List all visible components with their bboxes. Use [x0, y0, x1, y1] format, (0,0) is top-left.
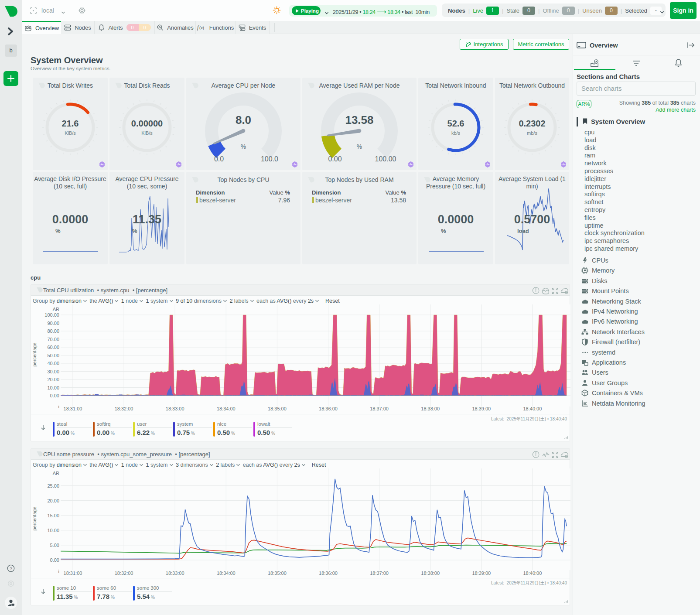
- svg-text:20.00: 20.00: [47, 377, 59, 382]
- svg-text:5.00: 5.00: [50, 543, 59, 548]
- svg-text:18:38:00: 18:38:00: [421, 571, 440, 576]
- svg-text:60.00: 60.00: [47, 345, 59, 350]
- svg-text:18:35:00: 18:35:00: [268, 571, 287, 576]
- svg-text:90.00: 90.00: [47, 321, 59, 326]
- svg-text:0.2302: 0.2302: [519, 119, 545, 128]
- svg-text:%: %: [357, 143, 362, 150]
- svg-text:52.6: 52.6: [447, 119, 464, 128]
- svg-text:13.58: 13.58: [345, 113, 373, 126]
- svg-text:18:34:00: 18:34:00: [217, 406, 236, 411]
- svg-text:%: %: [241, 143, 246, 150]
- svg-text:18:39:00: 18:39:00: [472, 571, 491, 576]
- svg-text:50.00: 50.00: [47, 353, 59, 358]
- svg-text:0.00: 0.00: [328, 155, 341, 163]
- svg-text:10.00: 10.00: [47, 528, 59, 533]
- svg-text:18:34:00: 18:34:00: [217, 571, 236, 576]
- svg-text:100.0: 100.0: [261, 155, 278, 163]
- svg-text:18:32:00: 18:32:00: [115, 571, 133, 576]
- svg-text:i: i: [58, 569, 59, 574]
- svg-text:kb/s: kb/s: [451, 130, 461, 136]
- svg-text:18:40:00: 18:40:00: [523, 406, 542, 411]
- svg-text:25.00: 25.00: [47, 483, 59, 489]
- svg-text:70.00: 70.00: [47, 337, 59, 342]
- svg-text:0.0: 0.0: [214, 155, 224, 163]
- svg-text:20.00: 20.00: [47, 498, 59, 503]
- svg-text:?: ?: [10, 566, 12, 571]
- svg-text:8.0: 8.0: [236, 113, 251, 126]
- svg-text:KiB/s: KiB/s: [65, 130, 76, 136]
- svg-text:18:35:00: 18:35:00: [268, 406, 287, 411]
- svg-text:KiB/s: KiB/s: [141, 130, 153, 136]
- svg-text:0.00: 0.00: [50, 393, 59, 398]
- svg-text:18:38:00: 18:38:00: [421, 406, 440, 411]
- svg-text:18:32:00: 18:32:00: [115, 406, 133, 411]
- svg-text:0.00: 0.00: [50, 557, 59, 563]
- svg-text:mb/s: mb/s: [527, 130, 537, 136]
- svg-text:18:40:00: 18:40:00: [523, 571, 542, 576]
- svg-text:18:33:00: 18:33:00: [166, 406, 184, 411]
- svg-text:18:37:00: 18:37:00: [370, 406, 389, 411]
- svg-text:80.00: 80.00: [47, 328, 59, 334]
- svg-text:40.00: 40.00: [47, 361, 59, 366]
- svg-text:18:36:00: 18:36:00: [319, 571, 338, 576]
- svg-text:18:31:00: 18:31:00: [64, 571, 82, 576]
- svg-text:18:39:00: 18:39:00: [472, 406, 491, 411]
- svg-text:18:33:00: 18:33:00: [166, 571, 184, 576]
- svg-text:percentage: percentage: [32, 342, 37, 366]
- svg-text:(x): (x): [199, 26, 204, 30]
- svg-text:18:31:00: 18:31:00: [64, 406, 82, 411]
- svg-text:0.00000: 0.00000: [131, 119, 163, 128]
- svg-text:i: i: [58, 404, 59, 409]
- svg-text:100.00: 100.00: [375, 155, 396, 163]
- svg-text:percentage: percentage: [32, 506, 37, 530]
- svg-text:100.00: 100.00: [44, 312, 59, 318]
- svg-text:AR: AR: [53, 471, 59, 476]
- svg-text:10.00: 10.00: [47, 385, 59, 390]
- svg-text:18:36:00: 18:36:00: [319, 406, 338, 411]
- svg-text:18:37:00: 18:37:00: [370, 571, 389, 576]
- svg-text:21.6: 21.6: [62, 119, 79, 128]
- svg-text:30.00: 30.00: [47, 369, 59, 374]
- svg-text:AR: AR: [53, 307, 59, 312]
- svg-text:15.00: 15.00: [47, 513, 59, 518]
